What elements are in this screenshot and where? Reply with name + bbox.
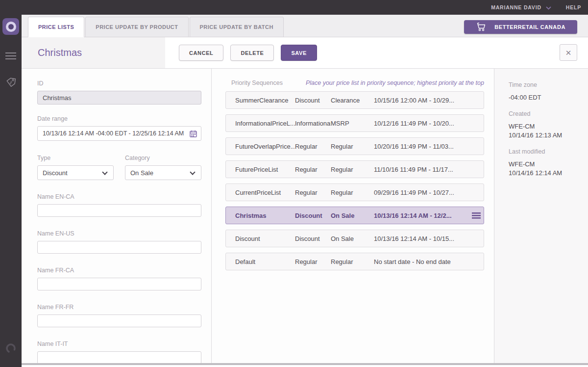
header-actions: CANCEL DELETE SAVE <box>179 45 317 61</box>
priority-sequences-panel: Priority Sequences Place your price list… <box>212 69 494 363</box>
type-select-value: Discount <box>43 169 68 177</box>
category-label: Category <box>125 155 201 161</box>
row-name: SummerClearance <box>235 97 295 104</box>
close-button[interactable]: ✕ <box>560 44 577 61</box>
tab-bar: PRICE LISTSPRICE UPDATE BY PRODUCTPRICE … <box>22 15 588 37</box>
name-en-us-input[interactable] <box>37 241 201 254</box>
row-dates: No start date - No end date <box>374 258 469 265</box>
row-dates: 09/29/16 11:49 PM - 10/27... <box>374 189 469 196</box>
content-row: ID Date range <box>22 69 588 363</box>
pricing-tag-icon[interactable] <box>5 76 17 90</box>
name-fr-ca-input[interactable] <box>37 278 201 290</box>
menu-hamburger-icon[interactable] <box>5 52 16 59</box>
date-range-label: Date range <box>37 115 201 122</box>
price-list-row[interactable]: InformationalPriceL...InformationalMSRP1… <box>225 114 484 132</box>
price-list-row[interactable]: CurrentPriceListRegularRegular09/29/16 1… <box>225 184 484 201</box>
row-name: Discount <box>235 235 295 242</box>
modified-at: 10/14/16 12:14 AM <box>509 169 583 178</box>
chevron-down-icon <box>190 169 195 175</box>
name-en-ca-input[interactable] <box>37 204 201 217</box>
tabs: PRICE LISTSPRICE UPDATE BY PRODUCTPRICE … <box>28 17 285 37</box>
id-label: ID <box>37 80 201 87</box>
drag-handle-icon[interactable] <box>469 212 484 219</box>
row-name: InformationalPriceL... <box>235 120 295 127</box>
name-en-us-label: Name EN-US <box>37 230 201 237</box>
help-link[interactable]: HELP <box>566 4 581 10</box>
price-list-row[interactable]: FutureOverlapPrice...RegularRegular10/20… <box>225 137 484 155</box>
row-category: Regular <box>331 166 374 173</box>
row-category: Regular <box>331 258 374 265</box>
page-title: Christmas <box>38 47 82 58</box>
priority-hint: Place your price list in priority sequen… <box>306 79 484 86</box>
name-it-it-label: Name IT-IT <box>37 341 201 347</box>
timezone-value: -04:00 EDT <box>509 93 583 102</box>
modified-label: Last modified <box>509 148 583 155</box>
row-category: Regular <box>331 189 374 196</box>
row-type: Discount <box>295 235 331 242</box>
price-list-row[interactable]: DefaultRegularRegularNo start date - No … <box>225 253 484 270</box>
app-logo[interactable] <box>2 18 19 35</box>
left-sidebar <box>0 15 22 367</box>
price-admin-app: MARIANNE DAVID HELP PRICE LI <box>0 0 588 367</box>
price-list-row[interactable]: FuturePriceListRegularRegular11/10/16 11… <box>225 160 484 178</box>
tab-price-update-by-batch[interactable]: PRICE UPDATE BY BATCH <box>190 17 284 37</box>
row-name: CurrentPriceList <box>235 189 295 196</box>
row-name: Christmas <box>235 212 295 219</box>
chevron-down-icon <box>546 3 551 12</box>
type-select[interactable]: Discount <box>37 165 114 180</box>
row-category: MSRP <box>331 120 374 127</box>
logo-ring-icon <box>6 22 16 32</box>
site-selector-button[interactable]: BETTERRETAIL CANADA <box>464 20 577 34</box>
detail-header: Christmas CANCEL DELETE SAVE ✕ <box>22 37 588 69</box>
price-list-row[interactable]: SummerClearanceDiscountClearance10/15/16… <box>225 91 484 109</box>
save-button[interactable]: SAVE <box>281 45 317 61</box>
name-fr-fr-input[interactable] <box>37 315 201 327</box>
price-list-row[interactable]: ChristmasDiscountOn Sale10/13/16 12:14 A… <box>225 207 484 224</box>
row-type: Regular <box>295 189 331 196</box>
priority-rows: SummerClearanceDiscountClearance10/15/16… <box>225 91 484 270</box>
name-fr-fr-label: Name FR-FR <box>37 304 201 311</box>
timezone-label: Time zone <box>509 81 583 88</box>
cancel-button[interactable]: CANCEL <box>179 45 223 61</box>
price-list-form: ID Date range <box>22 69 212 363</box>
row-dates: 10/20/16 11:49 PM - 11/03... <box>374 143 469 150</box>
date-range-input[interactable] <box>37 126 201 141</box>
title-block: Christmas <box>22 37 165 68</box>
user-menu[interactable]: MARIANNE DAVID <box>491 3 551 12</box>
row-dates: 10/12/16 11:49 PM - 10/20... <box>374 120 469 127</box>
row-name: FutureOverlapPrice... <box>235 143 295 150</box>
tab-price-lists[interactable]: PRICE LISTS <box>28 17 84 37</box>
name-it-it-input[interactable] <box>37 351 201 364</box>
type-label: Type <box>37 155 114 161</box>
meta-panel: Time zone -04:00 EDT Created WFE-CM 10/1… <box>494 69 588 363</box>
price-list-row[interactable]: DiscountDiscountOn Sale10/13/16 12:14 AM… <box>225 230 484 247</box>
row-type: Regular <box>295 166 331 173</box>
priority-sequences-label: Priority Sequences <box>231 79 283 86</box>
id-input[interactable] <box>37 91 201 105</box>
row-category: On Sale <box>331 212 374 219</box>
row-dates: 10/13/16 12:14 AM - 12/2... <box>374 212 469 219</box>
row-name: Default <box>235 258 295 265</box>
user-name: MARIANNE DAVID <box>491 4 541 10</box>
tab-price-update-by-product[interactable]: PRICE UPDATE BY PRODUCT <box>85 17 188 37</box>
delete-button[interactable]: DELETE <box>230 45 274 61</box>
row-category: Regular <box>331 143 374 150</box>
row-type: Discount <box>295 97 331 104</box>
modified-by: WFE-CM <box>509 160 583 169</box>
created-by: WFE-CM <box>509 122 583 131</box>
row-dates: 10/13/16 12:14 AM - 10/15... <box>374 235 469 242</box>
main-area: PRICE LISTSPRICE UPDATE BY PRODUCTPRICE … <box>22 15 588 365</box>
row-category: Clearance <box>331 97 374 104</box>
created-at: 10/14/16 12:13 AM <box>509 131 583 140</box>
category-select-value: On Sale <box>130 169 153 177</box>
row-dates: 10/15/16 12:00 AM - 10/29... <box>374 97 469 104</box>
row-type: Informational <box>295 120 331 127</box>
name-en-ca-label: Name EN-CA <box>37 193 201 200</box>
name-fr-ca-label: Name FR-CA <box>37 267 201 274</box>
created-label: Created <box>509 110 583 117</box>
row-name: FuturePriceList <box>235 166 295 173</box>
row-type: Discount <box>295 212 331 219</box>
category-select[interactable]: On Sale <box>125 165 201 180</box>
bottom-strip <box>22 363 588 365</box>
cart-icon <box>476 23 487 31</box>
